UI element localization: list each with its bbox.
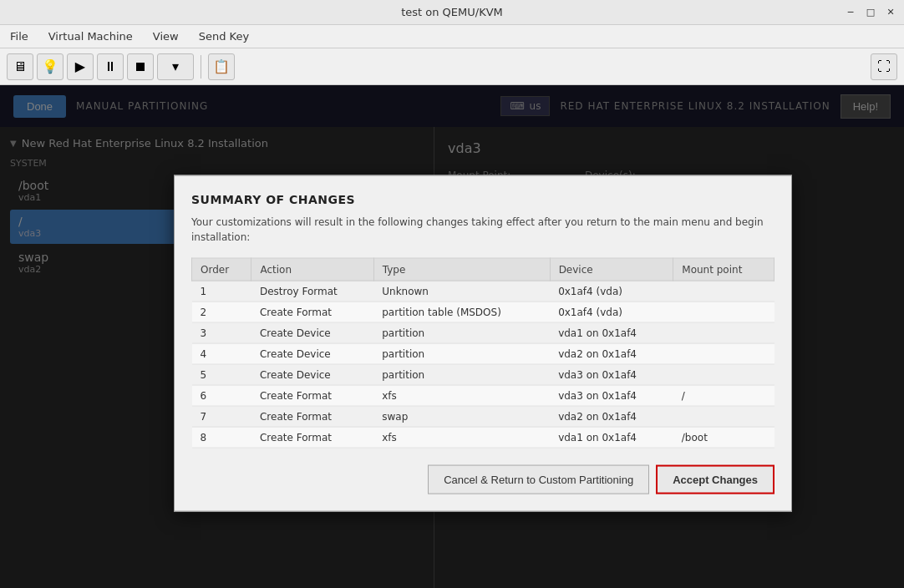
cell-action: Create Device (251, 364, 373, 385)
window-title: test on QEMU/KVM (401, 6, 503, 18)
dialog-title: SUMMARY OF CHANGES (191, 193, 774, 206)
toolbar-stop-button[interactable]: ⏹ (127, 53, 154, 80)
col-type: Type (373, 258, 550, 281)
menu-bar: File Virtual Machine View Send Key (0, 25, 904, 48)
cell-action: Create Format (251, 302, 373, 322)
cell-mount: / (673, 385, 774, 406)
table-row: 7 Create Format swap vda2 on 0x1af4 (192, 406, 774, 427)
col-action: Action (251, 258, 373, 281)
cell-type: Unknown (373, 281, 550, 302)
toolbar-play-button[interactable]: ▶ (67, 53, 94, 80)
cell-type: partition (373, 343, 550, 364)
col-mount: Mount point (673, 258, 774, 281)
cell-type: swap (373, 406, 550, 427)
cell-order: 3 (192, 322, 251, 343)
table-row: 8 Create Format xfs vda1 on 0x1af4 /boot (192, 427, 774, 448)
toolbar-more-button[interactable]: ▾ (157, 53, 194, 80)
cell-type: partition (373, 322, 550, 343)
menu-file[interactable]: File (7, 28, 32, 44)
accept-changes-button[interactable]: Accept Changes (656, 465, 774, 494)
cell-device: vda3 on 0x1af4 (550, 364, 673, 385)
cell-mount: /boot (673, 427, 774, 448)
cell-action: Create Device (251, 322, 373, 343)
cell-action: Create Format (251, 406, 373, 427)
cell-device: vda2 on 0x1af4 (550, 406, 673, 427)
menu-view[interactable]: View (150, 28, 182, 44)
cell-mount (673, 406, 774, 427)
cell-type: xfs (373, 385, 550, 406)
cell-device: vda3 on 0x1af4 (550, 385, 673, 406)
table-row: 3 Create Device partition vda1 on 0x1af4 (192, 322, 774, 343)
cell-device: vda2 on 0x1af4 (550, 343, 673, 364)
changes-table: Order Action Type Device Mount point 1 D… (191, 258, 774, 449)
cell-type: partition table (MSDOS) (373, 302, 550, 322)
cell-mount (673, 322, 774, 343)
cell-action: Create Format (251, 427, 373, 448)
toolbar-fullscreen-button[interactable]: ⛶ (871, 53, 897, 80)
toolbar: 🖥 💡 ▶ ⏸ ⏹ ▾ 📋 ⛶ (0, 48, 904, 85)
cell-mount (673, 302, 774, 322)
window-controls: ─ □ ✕ (844, 6, 897, 19)
menu-virtual-machine[interactable]: Virtual Machine (45, 28, 136, 44)
toolbar-pause-button[interactable]: ⏸ (97, 53, 124, 80)
cell-device: 0x1af4 (vda) (550, 281, 673, 302)
cell-order: 8 (192, 427, 251, 448)
cell-mount (673, 281, 774, 302)
toolbar-display-button[interactable]: 🖥 (7, 53, 33, 80)
dialog-buttons: Cancel & Return to Custom Partitioning A… (191, 465, 774, 494)
close-button[interactable]: ✕ (884, 6, 897, 19)
cell-type: xfs (373, 427, 550, 448)
table-row: 4 Create Device partition vda2 on 0x1af4 (192, 343, 774, 364)
menu-send-key[interactable]: Send Key (196, 28, 252, 44)
dialog-description: Your customizations will result in the f… (191, 215, 774, 245)
table-row: 6 Create Format xfs vda3 on 0x1af4 / (192, 385, 774, 406)
main-content: Done MANUAL PARTITIONING ⌨ us RED HAT EN… (0, 85, 904, 588)
cell-order: 2 (192, 302, 251, 322)
cell-device: vda1 on 0x1af4 (550, 427, 673, 448)
cell-type: partition (373, 364, 550, 385)
cell-order: 5 (192, 364, 251, 385)
cell-order: 1 (192, 281, 251, 302)
table-row: 2 Create Format partition table (MSDOS) … (192, 302, 774, 322)
toolbar-settings-button[interactable]: 💡 (37, 53, 63, 80)
cell-action: Create Device (251, 343, 373, 364)
cancel-button[interactable]: Cancel & Return to Custom Partitioning (428, 465, 649, 494)
col-device: Device (550, 258, 673, 281)
table-row: 5 Create Device partition vda3 on 0x1af4 (192, 364, 774, 385)
cell-order: 6 (192, 385, 251, 406)
cell-order: 4 (192, 343, 251, 364)
col-order: Order (192, 258, 251, 281)
toolbar-separator (201, 55, 201, 79)
table-row: 1 Destroy Format Unknown 0x1af4 (vda) (192, 281, 774, 302)
cell-order: 7 (192, 406, 251, 427)
cell-mount (673, 343, 774, 364)
cell-mount (673, 364, 774, 385)
maximize-button[interactable]: □ (864, 6, 877, 19)
toolbar-screenshot-button[interactable]: 📋 (208, 53, 235, 80)
cell-device: vda1 on 0x1af4 (550, 322, 673, 343)
summary-dialog: SUMMARY OF CHANGES Your customizations w… (174, 175, 792, 512)
cell-action: Destroy Format (251, 281, 373, 302)
cell-action: Create Format (251, 385, 373, 406)
title-bar: test on QEMU/KVM ─ □ ✕ (0, 0, 904, 25)
minimize-button[interactable]: ─ (844, 6, 857, 19)
cell-device: 0x1af4 (vda) (550, 302, 673, 322)
